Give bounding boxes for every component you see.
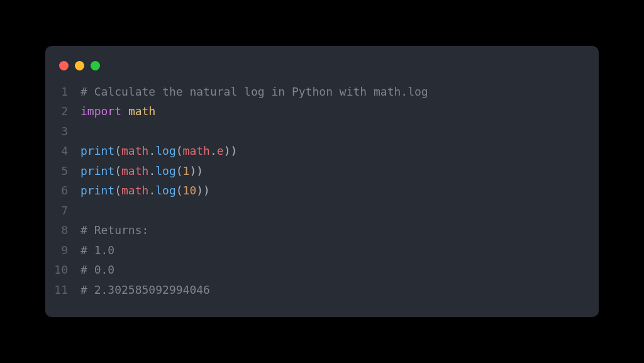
code-token: (	[176, 144, 183, 157]
code-content	[80, 201, 87, 221]
code-token: # Returns:	[80, 223, 148, 237]
maximize-icon[interactable]	[91, 61, 100, 70]
code-token: (	[114, 144, 121, 157]
code-content: import math	[80, 101, 155, 121]
code-line: 10# 0.0	[45, 260, 599, 280]
line-number: 6	[45, 181, 80, 201]
code-token: .	[148, 144, 155, 157]
code-content: # 1.0	[80, 240, 114, 260]
code-token: (	[114, 184, 121, 197]
code-token: # Calculate the natural log in Python wi…	[80, 85, 428, 98]
code-content: # Returns:	[80, 220, 148, 240]
code-token: .	[210, 144, 217, 157]
line-number: 3	[45, 121, 80, 142]
line-number: 11	[45, 280, 80, 300]
line-number: 9	[45, 240, 80, 260]
code-line: 8# Returns:	[45, 220, 599, 240]
code-token: ))	[189, 164, 203, 177]
code-token: # 2.302585092994046	[80, 283, 210, 296]
code-token: 1	[183, 164, 190, 177]
line-number: 7	[45, 201, 80, 221]
code-line: 6print(math.log(10))	[45, 181, 599, 201]
code-content: # Calculate the natural log in Python wi…	[80, 82, 428, 102]
code-line: 9# 1.0	[45, 240, 599, 260]
line-number: 8	[45, 220, 80, 240]
code-line: 2import math	[45, 101, 599, 121]
window-titlebar	[45, 59, 599, 82]
code-token: log	[155, 184, 176, 197]
code-token: ))	[196, 184, 210, 197]
code-line: 1# Calculate the natural log in Python w…	[45, 82, 599, 102]
code-token: # 0.0	[80, 263, 114, 276]
code-line: 5print(math.log(1))	[45, 161, 599, 181]
close-icon[interactable]	[59, 61, 69, 70]
code-line: 4print(math.log(math.e))	[45, 141, 599, 161]
code-token: math	[121, 144, 148, 157]
code-token: (	[114, 164, 121, 177]
code-line: 3	[45, 121, 599, 142]
line-number: 10	[45, 260, 80, 280]
code-token: log	[155, 144, 176, 157]
line-number: 4	[45, 141, 80, 161]
code-token: math	[121, 164, 148, 177]
code-content: # 2.302585092994046	[80, 280, 210, 300]
code-token: math	[183, 144, 210, 157]
code-token: (	[176, 164, 183, 177]
code-content: print(math.log(10))	[80, 181, 210, 201]
code-line: 7	[45, 201, 599, 221]
minimize-icon[interactable]	[75, 61, 84, 70]
code-content	[80, 121, 87, 142]
code-token: ))	[224, 144, 238, 157]
code-token: 10	[183, 184, 197, 197]
code-window: 1# Calculate the natural log in Python w…	[45, 46, 599, 318]
line-number: 2	[45, 101, 80, 121]
code-token: print	[80, 184, 114, 197]
line-number: 5	[45, 161, 80, 181]
code-content: # 0.0	[80, 260, 114, 280]
code-token: .	[148, 184, 155, 197]
code-content: print(math.log(math.e))	[80, 141, 237, 161]
code-token: # 1.0	[80, 243, 114, 257]
code-editor[interactable]: 1# Calculate the natural log in Python w…	[45, 82, 599, 300]
code-token: e	[217, 144, 224, 157]
code-token: print	[80, 164, 114, 177]
code-token: math	[121, 184, 148, 197]
code-token: math	[128, 104, 155, 118]
code-line: 11# 2.302585092994046	[45, 280, 599, 300]
code-token: .	[148, 164, 155, 177]
code-token: print	[80, 144, 114, 157]
code-content: print(math.log(1))	[80, 161, 203, 181]
code-token: (	[176, 184, 183, 197]
code-token: import	[80, 104, 121, 118]
line-number: 1	[45, 82, 80, 102]
code-token	[121, 104, 128, 118]
code-token: log	[155, 164, 176, 177]
